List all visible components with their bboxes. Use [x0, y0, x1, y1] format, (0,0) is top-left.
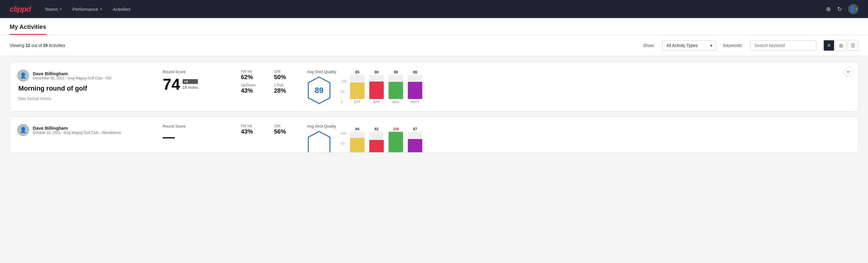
fw-hit-stat-2: FW Hit 43%: [241, 124, 267, 135]
one-putt-label: 1 Putt: [274, 83, 300, 87]
gir-label: GIR: [274, 69, 300, 74]
bar-ott-value: 85: [355, 70, 359, 74]
edit-button[interactable]: ✏: [844, 67, 853, 77]
avatar-person-icon-2: 👤: [20, 127, 27, 133]
bar-putt-container: [408, 75, 422, 99]
avatar-icon: 👤: [849, 6, 856, 12]
bar-putt-value-2: 87: [413, 127, 417, 131]
navigation: clippd Teams ▾ Performance ▾ Activities …: [0, 0, 868, 18]
one-putt-stat: 1 Putt 28%: [274, 83, 300, 94]
updown-stat: Up/Down 43%: [241, 83, 267, 94]
bar-app-value: 90: [374, 70, 378, 74]
bar-chart: 100 50 0 85 OTT 90 APP: [341, 70, 425, 104]
quality-section: Avg Shot Quality 89: [307, 69, 336, 104]
nav-item-teams[interactable]: Teams ▾: [40, 4, 66, 14]
round-score-row-2: —: [163, 131, 234, 144]
gir-value: 50%: [274, 74, 300, 81]
nav-item-activities[interactable]: Activities: [108, 4, 135, 14]
hexagon-score: 89: [307, 77, 331, 104]
bar-arg: 89 ARG: [386, 70, 405, 104]
activity-card-2: 👤 Dave Billingham October 16, 2021 · Gog…: [10, 116, 858, 152]
shot-stats-2: FW Hit 43% GIR 56%: [234, 124, 300, 135]
bar-arg-container: [389, 75, 403, 99]
chevron-down-icon: ▾: [60, 7, 62, 11]
card-left-2: 👤 Dave Billingham October 16, 2021 · Gog…: [17, 124, 155, 139]
chart-y-labels: 100 50 0: [341, 80, 346, 104]
bar-putt-fill-2: [408, 139, 422, 153]
bar-putt-2: 87: [405, 127, 425, 153]
view-toggle-compact[interactable]: ☰: [847, 40, 858, 51]
user-date: December 05, 2021 · Gog Magog Golf Club …: [33, 76, 111, 80]
view-toggle-grid[interactable]: ⊞: [836, 40, 846, 51]
user-info-2: Dave Billingham October 16, 2021 · Gog M…: [33, 125, 121, 135]
user-date-2: October 16, 2021 · Gog Magog Golf Club -…: [33, 130, 121, 135]
refresh-icon[interactable]: ↻: [837, 5, 842, 12]
round-score-value: 74: [163, 77, 180, 92]
search-input[interactable]: [750, 40, 816, 51]
bar-arg-fill-2: [389, 132, 403, 153]
bar-arg-container-2: [389, 132, 403, 153]
y-label-100: 100: [341, 80, 346, 83]
bar-putt: 89 PUTT: [405, 70, 425, 104]
round-score-section-2: Round Score —: [155, 124, 234, 145]
count-text: 12: [26, 43, 30, 48]
bar-putt-label: PUTT: [411, 100, 420, 104]
data-source: Data Source: Arccos: [18, 96, 155, 101]
holes-label: 18 Holes: [183, 85, 198, 90]
user-name: Dave Billingham: [33, 71, 111, 76]
avg-quality-section-2: Avg Shot Quality 100 50 0 94: [300, 124, 851, 152]
activity-type-dropdown-wrap: All Activity Types: [662, 40, 716, 51]
bar-ott-container: [350, 75, 365, 99]
bar-ott-label: OTT: [354, 100, 361, 104]
round-score-label-2: Round Score: [163, 124, 234, 128]
avatar-person-icon: 👤: [20, 72, 27, 79]
bar-arg-label: ARG: [392, 100, 399, 104]
y-label-50: 50: [341, 90, 346, 93]
y-label-0: 0: [341, 100, 346, 104]
fw-hit-stat: FW Hit 62%: [241, 69, 267, 81]
nav-item-performance[interactable]: Performance ▾: [68, 4, 106, 14]
bar-chart-2: 100 50 0 94 82 106: [341, 127, 425, 153]
user-row: 👤 Dave Billingham December 05, 2021 · Go…: [17, 69, 155, 82]
add-icon[interactable]: ⊕: [826, 5, 831, 12]
page-title: My Activities: [10, 18, 46, 35]
fw-hit-value-2: 43%: [241, 128, 267, 135]
round-score-value-2: —: [163, 131, 175, 144]
hexagon-svg-2: [307, 131, 331, 152]
user-row-2: 👤 Dave Billingham October 16, 2021 · Gog…: [17, 124, 155, 136]
user-name-2: Dave Billingham: [33, 125, 121, 130]
user-avatar[interactable]: 👤 ▾: [848, 4, 858, 14]
one-putt-value: 28%: [274, 87, 300, 94]
bar-app-container-2: [369, 132, 384, 153]
bar-app-fill-2: [369, 140, 384, 152]
quality-section-2: Avg Shot Quality: [307, 124, 336, 152]
bar-putt-container-2: [408, 132, 422, 153]
round-score-section: Round Score 74 +4 18 Holes: [155, 69, 234, 93]
activity-card: 👤 Dave Billingham December 05, 2021 · Go…: [10, 62, 858, 112]
user-info: Dave Billingham December 05, 2021 · Gog …: [33, 71, 111, 80]
fw-hit-label: FW Hit: [241, 69, 267, 74]
bar-app-label: APP: [373, 100, 380, 104]
avg-quality-section: Avg Shot Quality 89 100 50 0 85: [300, 69, 851, 104]
updown-label: Up/Down: [241, 83, 267, 87]
bar-arg-value-2: 106: [393, 127, 399, 131]
bar-arg-value: 89: [394, 70, 398, 74]
bar-putt-value: 89: [413, 70, 417, 74]
gir-stat: GIR 50%: [274, 69, 300, 81]
round-score-label: Round Score: [163, 69, 234, 74]
fw-hit-value: 62%: [241, 74, 267, 81]
fw-hit-label-2: FW Hit: [241, 124, 267, 128]
score-badge: +4: [183, 79, 198, 84]
brand-logo[interactable]: clippd: [10, 4, 31, 14]
bar-app-container: [369, 75, 384, 99]
activity-type-dropdown[interactable]: All Activity Types: [662, 40, 716, 51]
page-header: My Activities: [0, 18, 868, 35]
total-text: 29: [43, 43, 48, 48]
nav-right: ⊕ ↻ 👤 ▾: [826, 4, 858, 14]
keywords-label: Keywords:: [723, 43, 743, 48]
card-left: 👤 Dave Billingham December 05, 2021 · Go…: [17, 69, 155, 101]
view-toggle-list-active[interactable]: ≡: [824, 40, 834, 51]
activity-title: Morning round of golf: [18, 85, 155, 92]
toolbar: Viewing 12 out of 29 Activities Show: Al…: [0, 35, 868, 56]
avatar-2: 👤: [17, 124, 29, 136]
